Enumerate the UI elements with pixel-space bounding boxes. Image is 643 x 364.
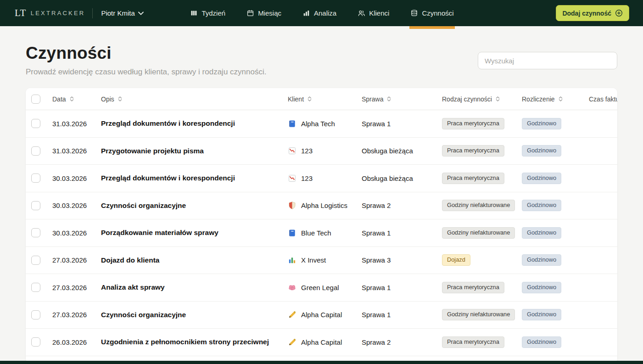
row-activity-type-cell: Godziny niefakturowane xyxy=(442,227,522,239)
row-activity-type-cell: Praca merytoryczna xyxy=(442,282,522,293)
row-checkbox-cell xyxy=(31,201,52,210)
row-case: Sprawa 3 xyxy=(362,256,442,264)
chart-decreasing-icon xyxy=(288,174,296,183)
row-checkbox-cell xyxy=(31,310,52,319)
row-billing-cell: Godzinowo xyxy=(522,254,589,266)
row-description: Przegląd dokumentów i korespondencji xyxy=(101,119,288,128)
row-client: Alpha Tech xyxy=(301,120,335,128)
nav-item-klienci[interactable]: Klienci xyxy=(358,0,389,26)
table-row: 30.03.2026Czynności organizacyjneAlpha L… xyxy=(26,192,617,220)
activity-type-badge: Praca merytoryczna xyxy=(442,282,504,293)
topbar-divider xyxy=(92,8,93,18)
table-row: 27.03.2026Analiza akt sprawyGreen LegalS… xyxy=(26,274,617,302)
row-checkbox[interactable] xyxy=(31,256,40,265)
row-description: Przygotowanie projektu pisma xyxy=(101,147,288,155)
activity-type-badge: Praca merytoryczna xyxy=(442,336,504,348)
billing-badge: Godzinowo xyxy=(522,282,561,293)
row-checkbox[interactable] xyxy=(31,283,40,292)
table-row: 30.03.2026Porządkowanie materiałów spraw… xyxy=(26,219,617,247)
lextracker-logo: LT xyxy=(15,7,26,19)
shield-icon xyxy=(288,201,296,210)
activity-type-badge: Godziny niefakturowane xyxy=(442,309,515,320)
nav-item-tydzien[interactable]: Tydzień xyxy=(190,0,225,26)
row-billing-cell: Godzinowo xyxy=(522,200,589,211)
billing-badge: Godzinowo xyxy=(522,254,561,266)
column-header-rodzaj-czynnosci[interactable]: Rodzaj czynności xyxy=(442,95,522,103)
nav-item-analiza[interactable]: Analiza xyxy=(302,0,336,26)
row-checkbox[interactable] xyxy=(31,310,40,319)
row-checkbox[interactable] xyxy=(31,119,40,128)
row-activity-type-cell: Godziny niefakturowane xyxy=(442,309,522,320)
titles: Czynności Prowadź ewidencję czasu według… xyxy=(26,44,266,77)
billing-badge: Godzinowo xyxy=(522,336,561,348)
row-case: Obsługa bieżąca xyxy=(362,147,442,155)
row-activity-type-cell: Godziny niefakturowane xyxy=(442,200,522,211)
row-checkbox[interactable] xyxy=(31,228,40,237)
row-description: Czynności organizacyjne xyxy=(101,202,288,210)
add-activity-button[interactable]: Dodaj czynność xyxy=(556,5,629,21)
sort-icon xyxy=(558,96,564,102)
row-checkbox[interactable] xyxy=(31,174,40,183)
table-row: 31.03.2026Przygotowanie projektu pisma12… xyxy=(26,138,617,165)
row-client: Alpha Logistics xyxy=(301,202,347,209)
row-billing-cell: Godzinowo xyxy=(522,336,589,348)
row-case: Sprawa 1 xyxy=(362,229,442,237)
billing-badge: Godzinowo xyxy=(522,227,561,239)
row-description: Porządkowanie materiałów sprawy xyxy=(101,229,288,237)
nav-item-czynnosci[interactable]: Czynności xyxy=(410,0,453,26)
column-header-data[interactable]: Data xyxy=(52,95,101,103)
activity-type-badge: Praca merytoryczna xyxy=(442,118,504,129)
column-label: Sprawa xyxy=(362,95,383,103)
column-header-klient[interactable]: Klient xyxy=(288,95,362,103)
user-menu[interactable]: Piotr Kmita xyxy=(101,9,143,17)
row-date: 26.03.2026 xyxy=(52,338,101,346)
header-checkbox-cell xyxy=(31,95,52,104)
footer-strip xyxy=(0,361,643,364)
row-case: Sprawa 1 xyxy=(362,311,442,319)
activity-type-badge: Praca merytoryczna xyxy=(442,145,504,157)
table-row: 27.03.2026Czynności organizacyjneAlpha C… xyxy=(26,302,617,329)
row-case: Sprawa 1 xyxy=(362,120,442,128)
row-billing-cell: Godzinowo xyxy=(522,173,589,184)
table-row: 30.03.2026Przegląd dokumentów i korespon… xyxy=(26,165,617,192)
row-client-cell: Alpha Tech xyxy=(288,119,362,128)
row-client-cell: X Invest xyxy=(288,256,362,264)
row-activity-type-cell: Praca merytoryczna xyxy=(442,145,522,157)
row-checkbox[interactable] xyxy=(31,337,40,347)
sort-icon xyxy=(386,96,392,102)
add-activity-label: Dodaj czynność xyxy=(562,10,611,17)
column-label: Czas fakturowany xyxy=(589,95,617,103)
sort-icon xyxy=(117,96,123,102)
brand-name: LEXTRACKER xyxy=(31,10,85,17)
activity-type-badge: Godziny niefakturowane xyxy=(442,200,515,211)
row-billing-cell: Godzinowo xyxy=(522,227,589,239)
billing-badge: Godzinowo xyxy=(522,145,561,157)
row-date: 27.03.2026 xyxy=(52,311,101,319)
nav-item-miesiac[interactable]: Miesiąc xyxy=(246,0,281,26)
chart-icon xyxy=(302,9,310,17)
nav-label: Miesiąc xyxy=(258,9,281,17)
search-input[interactable] xyxy=(478,52,617,69)
row-client: 123 xyxy=(301,147,313,155)
row-description: Przegląd dokumentów i korespondencji xyxy=(101,174,288,182)
billing-badge: Godzinowo xyxy=(522,200,561,211)
row-checkbox-cell xyxy=(31,256,52,265)
column-header-rozliczenie[interactable]: Rozliczenie xyxy=(522,95,589,103)
select-all-checkbox[interactable] xyxy=(31,95,40,104)
row-description: Dojazd do klienta xyxy=(101,256,288,264)
row-case: Sprawa 2 xyxy=(362,338,442,346)
table-row: 31.03.2026Przegląd dokumentów i korespon… xyxy=(26,110,617,138)
column-header-opis[interactable]: Opis xyxy=(101,95,288,103)
row-description: Czynności organizacyjne xyxy=(101,311,288,319)
column-header-czas-fakturowany[interactable]: Czas fakturowany xyxy=(589,95,617,103)
row-client: Alpha Capital xyxy=(301,338,342,346)
topbar: LT LEXTRACKER Piotr Kmita TydzieńMiesiąc… xyxy=(0,0,643,26)
row-client-cell: Alpha Capital xyxy=(288,338,362,347)
activities-icon xyxy=(410,9,418,17)
main-nav: TydzieńMiesiącAnalizaKlienciCzynności xyxy=(190,0,453,26)
blue-book-icon xyxy=(288,119,296,128)
clients-icon xyxy=(358,9,365,17)
row-checkbox[interactable] xyxy=(31,201,40,210)
row-checkbox[interactable] xyxy=(31,146,40,156)
column-header-sprawa[interactable]: Sprawa xyxy=(362,95,442,103)
